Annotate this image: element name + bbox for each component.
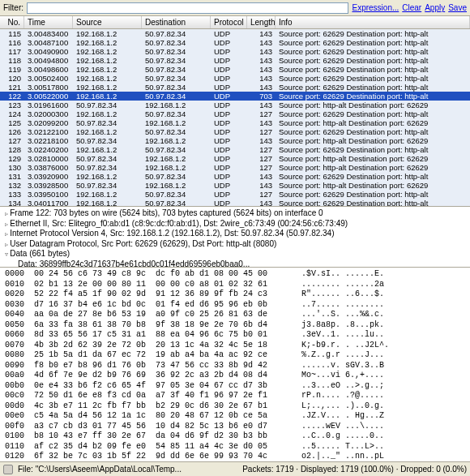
status-icon [3,465,13,474]
hex-row[interactable]: 0090f8 b0 e7 b8 96 d1 76 0b 73 47 56 cc … [5,361,465,371]
packet-row[interactable]: 1293.0281000050.97.82.34192.168.1.2UDP12… [0,154,470,163]
packet-row[interactable]: 1303.0387600050.97.82.34192.168.1.2UDP12… [0,163,470,172]
status-stats: Packets: 1719 · Displayed: 1719 (100.0%)… [242,465,467,474]
packet-row[interactable]: 1243.02000300192.168.1.250.97.82.34UDP12… [0,109,470,118]
packet-row[interactable]: 1173.00490900192.168.1.250.97.82.34UDP14… [0,47,470,56]
hex-row[interactable]: 0040aa 0a de 27 8e b6 53 19 a0 9f c0 25 … [5,310,465,320]
hex-row[interactable]: 00608d 33 65 56 17 c5 31 a1 88 ea 04 96 … [5,330,465,341]
hex-row[interactable]: 000000 24 56 c6 73 49 c8 9c dc f0 ab d1 … [5,269,465,280]
hex-row[interactable]: 00e0c5 4a 5a d4 56 12 1a 1c 80 20 48 67 … [5,411,465,422]
detail-data[interactable]: Data (661 bytes) [5,249,465,259]
detail-frame[interactable]: Frame 122: 703 bytes on wire (5624 bits)… [5,208,465,219]
col-header-source[interactable]: Source [73,16,142,28]
hex-row[interactable]: 00a04d 6f 7e 9e d2 b9 76 69 36 92 2c a3 … [5,371,465,381]
hex-row[interactable]: 01206f 32 be 7c 03 1b 5f 22 9d dd 6e 6e … [5,452,465,461]
col-header-length[interactable]: Length [247,16,276,28]
filter-input[interactable] [27,2,348,14]
detail-ethernet[interactable]: Ethernet II, Src: Elitegro_f0:ab:d1 (c8:… [5,219,465,229]
status-file: File: "C:\Users\Aseem\AppData\Local\Temp… [18,465,182,474]
hex-row[interactable]: 002052 22 f4 a5 1f 90 02 9d 91 12 36 89 … [5,289,465,300]
packet-row[interactable]: 1323.0392850050.97.82.34192.168.1.2UDP14… [0,181,470,190]
packet-list-pane[interactable]: No. Time Source Destination Protocol Len… [0,16,470,207]
filter-toolbar: Filter: Expression... Clear Apply Save [0,0,470,16]
packet-row[interactable]: 1163.00487100192.168.1.250.97.82.34UDP14… [0,38,470,47]
status-bar: File: "C:\Users\Aseem\AppData\Local\Temp… [0,461,470,476]
hex-row[interactable]: 0110af c2 35 d4 b2 09 fe e0 54 85 11 a4 … [5,442,465,452]
col-header-protocol[interactable]: Protocol [211,16,247,28]
hex-row[interactable]: 00b00e e4 33 b6 f2 c6 65 4f 97 05 3e 04 … [5,381,465,392]
packet-row[interactable]: 1203.00502400192.168.1.250.97.82.34UDP14… [0,74,470,83]
detail-udp[interactable]: User Datagram Protocol, Src Port: 62629 … [5,239,465,250]
packet-row[interactable]: 1263.02122100192.168.1.250.97.82.34UDP12… [0,127,470,136]
hex-row[interactable]: 00c072 50 d1 6e e8 f3 cd 0a a7 3f 40 f1 … [5,391,465,401]
hex-row[interactable]: 0030d7 16 37 b4 e6 1c bd 0c 01 f4 ed d6 … [5,300,465,311]
packet-row[interactable]: 1153.00483400192.168.1.250.97.82.34UDP14… [0,29,470,38]
detail-ip[interactable]: Internet Protocol Version 4, Src: 192.16… [5,229,465,239]
packet-row[interactable]: 1273.0221810050.97.82.34192.168.1.2UDP14… [0,136,470,145]
packet-row[interactable]: 1253.0209920050.97.82.34192.168.1.2UDP14… [0,118,470,127]
packet-row[interactable]: 1233.0196160050.97.82.34192.168.1.2UDP14… [0,101,470,109]
expression-link[interactable]: Expression... [352,3,399,12]
col-header-info[interactable]: Info [276,16,470,28]
hex-row[interactable]: 00506a 33 fa 38 61 38 70 b8 9f 38 18 9e … [5,320,465,331]
col-header-no[interactable]: No. [0,16,24,28]
packet-row[interactable]: 1333.03950100192.168.1.250.97.82.34UDP12… [0,190,470,199]
hex-row[interactable]: 00704b 3b 2d 62 39 2e 72 0b 20 13 1c 4a … [5,341,465,351]
filter-label: Filter: [3,3,24,12]
hex-row[interactable]: 008025 1b 5a d1 da 67 ec 72 19 ab a4 ba … [5,350,465,361]
packet-row[interactable]: 1283.02240200192.168.1.250.97.82.34UDP12… [0,145,470,154]
apply-link[interactable]: Apply [425,3,445,12]
save-link[interactable]: Save [448,3,467,12]
col-header-time[interactable]: Time [24,16,73,28]
hex-row[interactable]: 001002 b1 13 2e 00 00 80 11 00 00 c0 a8 … [5,280,465,290]
packet-row[interactable]: 1193.00498600192.168.1.250.97.82.34UDP14… [0,65,470,74]
packet-row[interactable]: 1343.04011700192.168.1.250.97.82.34UDP14… [0,199,470,207]
col-header-destination[interactable]: Destination [142,16,211,28]
packet-row[interactable]: 1223.00522000192.168.1.250.97.82.34UDP70… [0,92,470,101]
packet-row[interactable]: 1213.00517800192.168.1.250.97.82.34UDP14… [0,83,470,92]
detail-data-hex[interactable]: Data: 36899ffb24c3d71637b4e61cbd0c01f4ed… [5,259,465,268]
hex-row[interactable]: 00d04c 3b e7 11 2c fb f7 bb b2 29 0c d6 … [5,401,465,412]
hex-row[interactable]: 00f0a3 c7 cb d3 01 77 45 56 10 d4 82 5c … [5,422,465,432]
packet-list-header: No. Time Source Destination Protocol Len… [0,16,470,29]
hex-row[interactable]: 0100b8 10 43 e7 ff 30 2e 67 da 04 d6 9f … [5,431,465,442]
packet-row[interactable]: 1313.03920900192.168.1.250.97.82.34UDP14… [0,172,470,181]
packet-row[interactable]: 1183.00494800192.168.1.250.97.82.34UDP14… [0,56,470,65]
clear-link[interactable]: Clear [402,3,421,12]
packet-details-pane[interactable]: Frame 122: 703 bytes on wire (5624 bits)… [0,207,470,268]
packet-bytes-pane[interactable]: 000000 24 56 c6 73 49 c8 9c dc f0 ab d1 … [0,268,470,461]
